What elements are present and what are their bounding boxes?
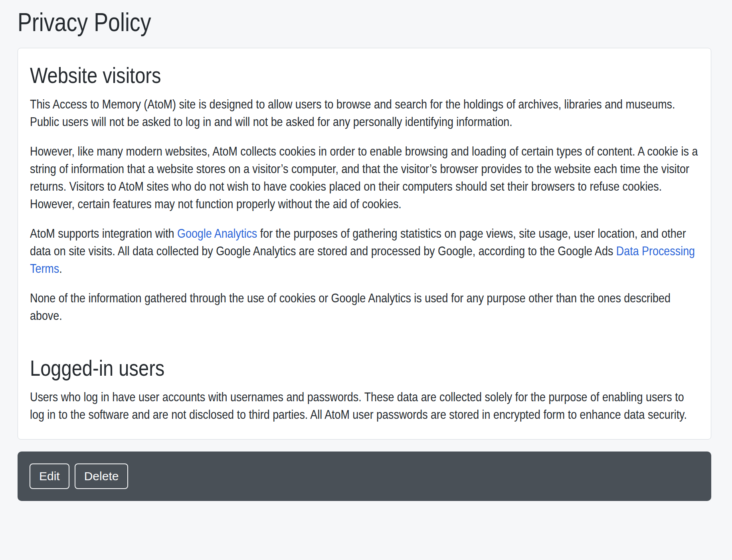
- paragraph-cookies: However, like many modern websites, AtoM…: [30, 142, 698, 213]
- paragraph-site-description: This Access to Memory (AtoM) site is des…: [30, 95, 698, 130]
- paragraph-analytics: AtoM supports integration with Google An…: [30, 225, 698, 277]
- paragraph-text: .: [59, 261, 62, 276]
- paragraph-no-other-use: None of the information gathered through…: [30, 289, 698, 324]
- privacy-policy-page: Privacy Policy Website visitors This Acc…: [18, 6, 711, 501]
- page-title: Privacy Policy: [18, 6, 711, 38]
- actions-bar: Edit Delete: [18, 452, 711, 501]
- content-card: Website visitors This Access to Memory (…: [18, 48, 711, 440]
- section-heading-website-visitors: Website visitors: [30, 62, 698, 89]
- google-analytics-link[interactable]: Google Analytics: [177, 226, 257, 241]
- section-heading-logged-in-users: Logged-in users: [30, 355, 698, 382]
- paragraph-user-accounts: Users who log in have user accounts with…: [30, 388, 698, 423]
- delete-button[interactable]: Delete: [75, 463, 129, 489]
- edit-button[interactable]: Edit: [30, 463, 69, 489]
- paragraph-text: AtoM supports integration with: [30, 226, 177, 241]
